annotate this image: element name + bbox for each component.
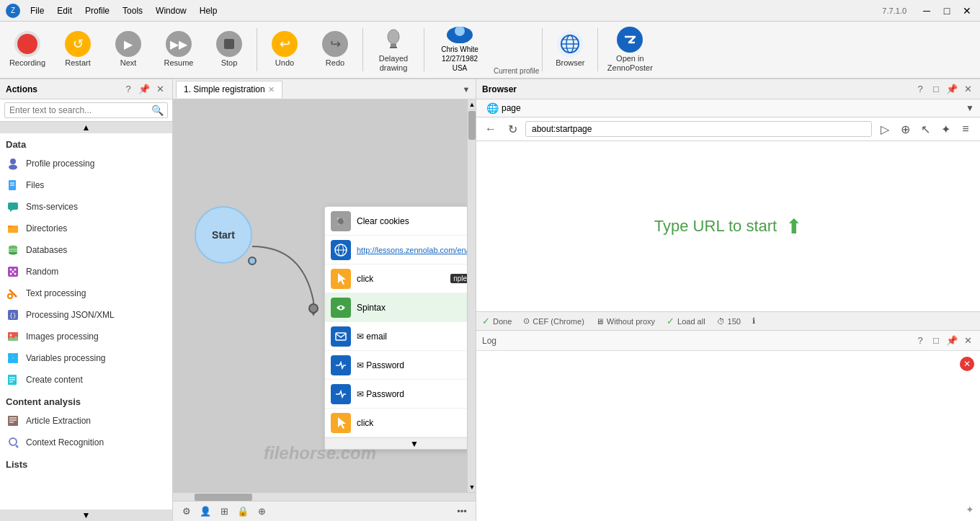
page-tab[interactable]: 🌐 page <box>482 101 525 115</box>
nav-refresh-button[interactable]: ↻ <box>504 120 521 138</box>
resume-button[interactable]: ▶▶ Resume <box>154 24 203 76</box>
email-icon <box>331 326 351 347</box>
action-item-article-extraction[interactable]: Article Extraction <box>0 410 172 432</box>
canvas-add-icon[interactable]: ⊕ <box>254 504 270 520</box>
status-proxy[interactable]: 🖥 Without proxy <box>596 317 655 326</box>
menu-file[interactable]: File <box>24 4 50 17</box>
log-error-button[interactable]: ✕ <box>960 357 974 371</box>
minimize-button[interactable]: ─ <box>919 4 934 18</box>
log-star-icon[interactable]: ✦ <box>966 504 974 515</box>
actions-pin-button[interactable]: 📌 <box>138 83 151 96</box>
action-row-goto-url[interactable]: http://lessons.zennolab.com/en/index <box>325 236 467 264</box>
action-item-sms-services[interactable]: Sms-services <box>0 196 172 218</box>
nav-go-button[interactable]: ▷ <box>876 120 894 138</box>
log-pin-button[interactable]: 📌 <box>945 334 958 347</box>
search-input[interactable] <box>4 102 168 118</box>
current-profile-button[interactable]: Chris White 12/27/1982 USA <box>427 24 492 76</box>
resume-label: Resume <box>164 58 194 68</box>
open-in-zennoposter-button[interactable]: Open in ZennoPoster <box>601 24 659 76</box>
canvas-hscroll[interactable] <box>173 492 476 501</box>
search-icon: 🔍 <box>151 104 164 116</box>
close-button[interactable]: ✕ <box>960 4 974 18</box>
status-engine[interactable]: ⊙ CEF (Chrome) <box>523 316 584 326</box>
action-item-databases[interactable]: Databases <box>0 239 172 261</box>
canvas-more-icon[interactable]: ••• <box>454 504 470 520</box>
action-row-spintax[interactable]: Spintax <box>325 293 467 322</box>
actions-close-button[interactable]: ✕ <box>153 83 166 96</box>
menu-window[interactable]: Window <box>150 4 192 17</box>
action-item-directories[interactable]: Directories <box>0 218 172 239</box>
menu-tools[interactable]: Tools <box>117 4 148 17</box>
menu-help[interactable]: Help <box>194 4 223 17</box>
recording-button[interactable]: Recording <box>3 24 52 76</box>
svg-point-52 <box>337 217 339 219</box>
stop-button[interactable]: Stop <box>205 24 254 76</box>
page-selector-dropdown[interactable]: ▼ <box>966 103 974 113</box>
canvas-vscroll-up[interactable]: ▲ <box>468 99 476 110</box>
browser-pin-button[interactable]: 📌 <box>945 83 958 96</box>
status-info[interactable]: ℹ <box>752 316 755 326</box>
canvas-vscroll[interactable]: ▲ ▼ <box>467 99 476 492</box>
status-proxy-label: Without proxy <box>607 317 655 326</box>
section-data-header: Data <box>0 133 172 153</box>
canvas-grid-icon[interactable]: ⊞ <box>216 504 232 520</box>
address-bar-input[interactable] <box>525 121 872 137</box>
maximize-button[interactable]: □ <box>940 4 954 18</box>
canvas-vscroll-down[interactable]: ▼ <box>468 482 476 492</box>
action-label-text-processing: Text processing <box>26 288 86 298</box>
browser-button[interactable]: Browser <box>545 24 594 76</box>
next-button[interactable]: ▶ Next <box>104 24 153 76</box>
status-done[interactable]: ✓ Done <box>482 316 512 326</box>
log-restore-button[interactable]: □ <box>930 334 943 347</box>
action-row-password2[interactable]: ✉ Password ••• <box>325 380 467 409</box>
canvas-settings-icon[interactable]: ⚙ <box>179 504 195 520</box>
action-row-click1[interactable]: click nple registrat <box>325 264 467 293</box>
redo-button[interactable]: ↪ Redo <box>311 24 360 76</box>
action-row-click2[interactable]: click Create <box>325 409 467 437</box>
scroll-down-button[interactable]: ▼ <box>0 509 172 521</box>
nav-back-button[interactable]: ← <box>482 120 499 138</box>
start-node[interactable]: Start <box>195 206 252 264</box>
zennoposter-icon <box>617 27 643 53</box>
nav-add-button[interactable]: ⊕ <box>896 120 914 138</box>
action-item-variables-processing[interactable]: Variables processing <box>0 347 172 369</box>
undo-button[interactable]: ↩ Undo <box>260 24 309 76</box>
canvas-tab-close-button[interactable]: ✕ <box>268 85 275 94</box>
restart-button[interactable]: ↺ Restart <box>53 24 102 76</box>
browser-help-button[interactable]: ? <box>914 83 927 96</box>
action-item-context-recognition[interactable]: Context Recognition <box>0 432 172 453</box>
action-item-create-content[interactable]: Create content <box>0 369 172 391</box>
log-close-button[interactable]: ✕ <box>961 334 974 347</box>
status-load[interactable]: ✓ Load all <box>667 316 705 326</box>
action-item-processing-json[interactable]: {} Processing JSON/XML <box>0 304 172 326</box>
log-help-button[interactable]: ? <box>914 334 927 347</box>
menu-profile[interactable]: Profile <box>79 4 115 17</box>
browser-restore-button[interactable]: □ <box>930 83 943 96</box>
menu-edit[interactable]: Edit <box>51 4 78 17</box>
action-item-files[interactable]: Files <box>0 174 172 196</box>
canvas-hscroll-thumb[interactable] <box>195 494 252 501</box>
actions-help-button[interactable]: ? <box>122 83 135 96</box>
action-item-profile-processing[interactable]: Profile processing <box>0 153 172 174</box>
canvas-tab-dropdown[interactable]: ▼ <box>460 83 473 96</box>
action-item-images-processing[interactable]: Images processing <box>0 326 172 347</box>
canvas-vscroll-thumb[interactable] <box>468 111 476 140</box>
nav-menu-button[interactable]: ≡ <box>957 120 974 138</box>
actions-panel-title: Actions <box>6 84 37 94</box>
action-block-scroll-down[interactable]: ▼ <box>325 437 467 449</box>
nav-star-button[interactable]: ✦ <box>937 120 954 138</box>
nav-cursor-button[interactable]: ↖ <box>917 120 934 138</box>
canvas-user-icon[interactable]: 👤 <box>197 504 213 520</box>
actions-content-area: ▲ Data Profile processing Fi <box>0 122 172 521</box>
scroll-up-button[interactable]: ▲ <box>0 122 172 133</box>
action-row-email[interactable]: ✉ email e-maema <box>325 322 467 351</box>
action-item-text-processing[interactable]: Text processing <box>0 282 172 304</box>
browser-close-button[interactable]: ✕ <box>961 83 974 96</box>
canvas-lock-icon[interactable]: 🔒 <box>235 504 251 520</box>
action-row-clear-cookies[interactable]: Clear cookies <box>325 207 467 236</box>
delayed-drawing-button[interactable]: Delayed drawing <box>366 24 421 76</box>
action-row-password1[interactable]: ✉ Password ••• <box>325 351 467 380</box>
canvas-tab-simple-registration[interactable]: 1. Simple registration ✕ <box>176 81 282 98</box>
action-item-random[interactable]: Random <box>0 261 172 282</box>
status-timeout[interactable]: ⏱ 150 <box>717 317 741 326</box>
